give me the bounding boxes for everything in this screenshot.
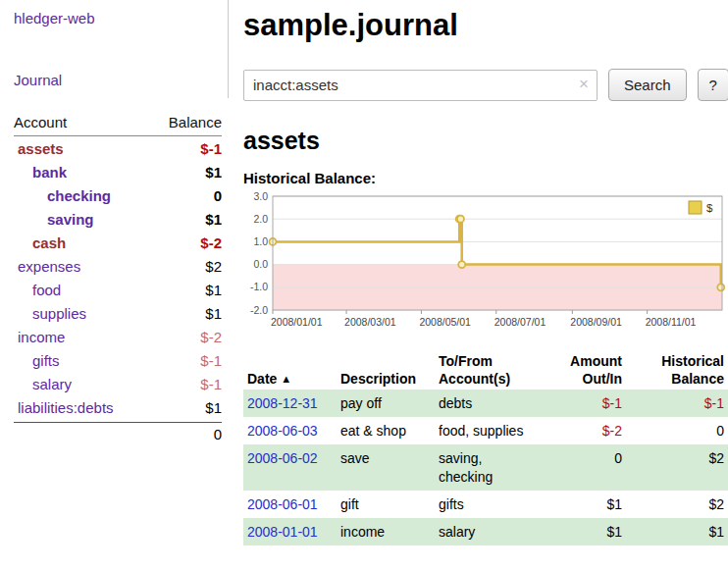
svg-text:0.0: 0.0 <box>253 258 268 270</box>
sidebar-account-link[interactable]: salary <box>14 376 72 392</box>
account-row: expenses$2 <box>14 254 222 278</box>
svg-text:1.0: 1.0 <box>253 235 268 247</box>
account-balance: $1 <box>205 305 222 322</box>
sidebar-account-link[interactable]: income <box>14 329 65 345</box>
accounts-total: 0 <box>14 422 222 442</box>
amount-cell: $1 <box>543 491 626 518</box>
amount-column-header: Amount Out/In <box>543 351 626 389</box>
page-title: sample.journal <box>243 8 728 43</box>
sidebar-account-link[interactable]: gifts <box>14 352 60 369</box>
sidebar-account-link[interactable]: assets <box>14 140 64 157</box>
sidebar-account-link[interactable]: cash <box>14 234 66 251</box>
date-link[interactable]: 2008-01-01 <box>247 524 318 540</box>
account-row: saving$1 <box>14 207 222 231</box>
account-column-header: Account <box>14 114 67 130</box>
search-button[interactable]: Search <box>608 69 687 101</box>
accounts-cell: saving, checking <box>435 444 543 490</box>
account-balance: $1 <box>205 211 222 228</box>
sidebar-account-link[interactable]: food <box>14 282 61 298</box>
amount-cell: 0 <box>543 444 626 490</box>
account-row: bank$1 <box>14 160 222 183</box>
app-title-link[interactable]: hledger-web <box>14 10 229 26</box>
description-cell: save <box>337 444 435 490</box>
account-balance: $-1 <box>200 140 222 157</box>
account-row: assets$-1 <box>14 136 222 160</box>
accounts-cell: debts <box>435 389 543 417</box>
sidebar-account-link[interactable]: expenses <box>14 258 80 275</box>
account-row: liabilities:debts$1 <box>14 395 222 419</box>
amount-cell: $1 <box>543 518 626 545</box>
account-balance: $-1 <box>200 376 222 392</box>
sidebar-account-link[interactable]: supplies <box>14 305 86 322</box>
accounts-cell: food, supplies <box>435 417 543 444</box>
sidebar-account-link[interactable]: saving <box>14 211 94 228</box>
table-row[interactable]: 2008-01-01incomesalary$1$1 <box>243 518 728 545</box>
search-form: × Search ? <box>243 69 728 101</box>
sort-asc-icon: ▲ <box>281 373 291 385</box>
table-row[interactable]: 2008-06-03eat & shopfood, supplies$-20 <box>243 417 728 444</box>
chart-title: Historical Balance: <box>243 170 728 186</box>
search-input[interactable] <box>243 70 598 101</box>
account-balance: $-1 <box>200 352 222 369</box>
date-cell: 2008-06-03 <box>243 417 337 444</box>
date-cell: 2008-12-31 <box>243 389 337 417</box>
svg-text:$: $ <box>706 202 713 214</box>
register-header-row: Date ▲ Description To/From Account(s) Am… <box>243 351 728 389</box>
svg-text:2008/11/01: 2008/11/01 <box>646 316 697 328</box>
help-button[interactable]: ? <box>698 69 728 101</box>
table-row[interactable]: 2008-06-02savesaving, checking0$2 <box>243 444 728 490</box>
date-link[interactable]: 2008-06-02 <box>247 450 318 466</box>
clear-search-icon[interactable]: × <box>579 76 589 92</box>
sidebar-account-link[interactable]: checking <box>14 187 111 204</box>
balance-column-header: Balance <box>169 114 222 130</box>
balance-cell: $1 <box>626 518 728 545</box>
account-tree-header: Account Balance <box>14 114 222 136</box>
description-cell: pay off <box>337 389 435 417</box>
balance-cell: $-1 <box>626 389 728 417</box>
sidebar-account-link[interactable]: bank <box>14 164 67 181</box>
description-column-header: Description <box>337 351 435 389</box>
table-row[interactable]: 2008-12-31pay offdebts$-1$-1 <box>243 389 728 417</box>
account-row: checking0 <box>14 183 222 207</box>
svg-text:2008/09/01: 2008/09/01 <box>570 316 622 328</box>
account-balance: $1 <box>205 282 222 298</box>
description-cell: eat & shop <box>337 417 435 444</box>
accounts-cell: salary <box>435 518 543 545</box>
svg-text:-2.0: -2.0 <box>250 304 268 316</box>
balance-cell: 0 <box>626 417 728 444</box>
account-row: salary$-1 <box>14 372 222 395</box>
account-balance: 0 <box>214 187 222 204</box>
date-header-label: Date <box>247 371 277 387</box>
svg-text:3.0: 3.0 <box>253 190 268 202</box>
svg-text:-1.0: -1.0 <box>250 281 268 292</box>
account-row: cash$-2 <box>14 231 222 254</box>
account-row: gifts$-1 <box>14 348 222 372</box>
account-row: supplies$1 <box>14 301 222 325</box>
hledger-web-page: hledger-web Journal Account Balance asse… <box>0 0 728 571</box>
register-table: Date ▲ Description To/From Account(s) Am… <box>243 351 728 545</box>
amount-cell: $-1 <box>543 389 626 417</box>
balance-column-header: Historical Balance <box>626 351 728 389</box>
svg-text:2008/07/01: 2008/07/01 <box>494 316 546 328</box>
date-link[interactable]: 2008-12-31 <box>247 395 318 411</box>
account-row: income$-2 <box>14 325 222 348</box>
date-link[interactable]: 2008-06-03 <box>247 423 318 439</box>
date-column-header[interactable]: Date ▲ <box>243 351 337 389</box>
svg-text:2008/03/01: 2008/03/01 <box>344 316 396 328</box>
svg-text:2.0: 2.0 <box>253 213 268 225</box>
main-content: sample.journal × Search ? assets Histori… <box>243 0 728 545</box>
account-balance: $1 <box>205 164 222 181</box>
date-cell: 2008-06-02 <box>243 444 337 490</box>
chart-svg: 3.02.01.00.0-1.0-2.02008/01/012008/03/01… <box>243 190 728 339</box>
sidebar-item-journal[interactable]: Journal <box>14 72 229 88</box>
date-cell: 2008-01-01 <box>243 518 337 545</box>
svg-text:2008/01/01: 2008/01/01 <box>271 316 323 328</box>
amount-cell: $-2 <box>543 417 626 444</box>
description-cell: income <box>337 518 435 545</box>
sidebar: hledger-web Journal Account Balance asse… <box>0 0 229 442</box>
date-link[interactable]: 2008-06-01 <box>247 496 318 512</box>
balance-cell: $2 <box>626 444 728 490</box>
sidebar-account-link[interactable]: liabilities:debts <box>14 399 114 416</box>
table-row[interactable]: 2008-06-01giftgifts$1$2 <box>243 491 728 518</box>
account-row: food$1 <box>14 278 222 301</box>
